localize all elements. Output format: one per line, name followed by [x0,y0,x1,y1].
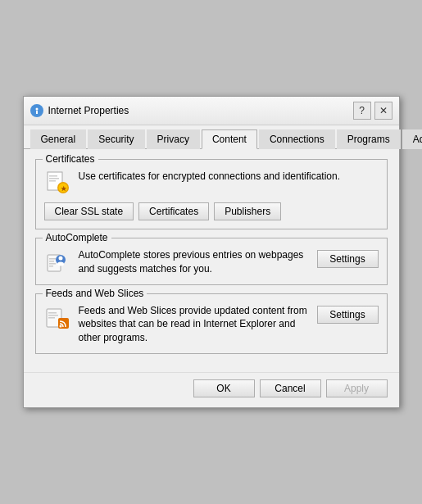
clear-ssl-button[interactable]: Clear SSL state [44,202,134,220]
feeds-settings-button[interactable]: Settings [317,306,379,324]
svg-point-1 [35,108,38,111]
certificates-buttons: Clear SSL state Certificates Publishers [44,202,379,220]
svg-point-23 [59,325,61,327]
tab-programs[interactable]: Programs [337,129,401,149]
internet-properties-window: Internet Properties ? ✕ General Security… [23,96,400,408]
bottom-bar: OK Cancel Apply [24,372,399,407]
feeds-description: Feeds and Web Slices provide updated con… [79,304,311,345]
svg-rect-16 [49,263,56,265]
window-icon [30,104,43,117]
svg-rect-21 [48,317,55,319]
svg-rect-2 [36,111,38,114]
svg-point-12 [58,257,62,261]
autocomplete-settings-button[interactable]: Settings [317,250,379,268]
cancel-button[interactable]: Cancel [260,379,321,397]
svg-rect-15 [49,261,54,262]
certificates-description: Use certificates for encrypted connectio… [79,170,379,184]
certificates-button[interactable]: Certificates [138,202,209,220]
svg-point-13 [57,262,64,266]
title-bar: Internet Properties ? ✕ [24,97,399,125]
feeds-icon [44,304,70,330]
feeds-row: Feeds and Web Slices provide updated con… [44,304,379,345]
autocomplete-settings-wrap: Settings [317,248,379,268]
window-title: Internet Properties [48,105,353,116]
autocomplete-description: AutoComplete stores previous entries on … [79,248,311,276]
tab-bar: General Security Privacy Content Connect… [24,125,399,149]
certificates-description-row: ★ Use certificates for encrypted connect… [44,170,379,196]
svg-rect-5 [49,178,59,179]
tab-advanced[interactable]: Advanced [402,129,422,149]
svg-rect-19 [48,312,57,314]
svg-rect-14 [49,258,56,260]
window-controls: ? ✕ [353,102,393,120]
autocomplete-icon [44,248,70,275]
tab-security[interactable]: Security [88,129,144,149]
autocomplete-section-title: AutoComplete [43,232,111,243]
svg-rect-4 [49,175,57,177]
tab-privacy[interactable]: Privacy [147,129,200,149]
feeds-settings-wrap: Settings [317,304,379,324]
certificates-section: Certificates ★ Use certificat [35,159,388,229]
svg-rect-20 [48,315,58,316]
help-button[interactable]: ? [353,102,371,120]
close-button[interactable]: ✕ [374,102,393,120]
apply-button[interactable]: Apply [326,379,388,397]
certificates-section-title: Certificates [43,153,98,165]
certificate-icon: ★ [44,170,70,196]
feeds-section-title: Feeds and Web Slices [43,288,147,299]
svg-rect-17 [49,266,53,267]
ok-button[interactable]: OK [193,379,255,397]
tab-content[interactable]: Content [202,129,257,149]
autocomplete-section: AutoComplete AutoComplete st [35,238,388,285]
autocomplete-row: AutoComplete stores previous entries on … [44,248,379,276]
publishers-button[interactable]: Publishers [214,202,281,220]
tab-general[interactable]: General [30,129,87,149]
tab-connections[interactable]: Connections [259,129,335,149]
svg-rect-6 [49,180,56,182]
feeds-section: Feeds and Web Slices [35,293,388,354]
tab-content-panel: Certificates ★ Use certificat [24,149,399,372]
svg-text:★: ★ [60,185,66,193]
